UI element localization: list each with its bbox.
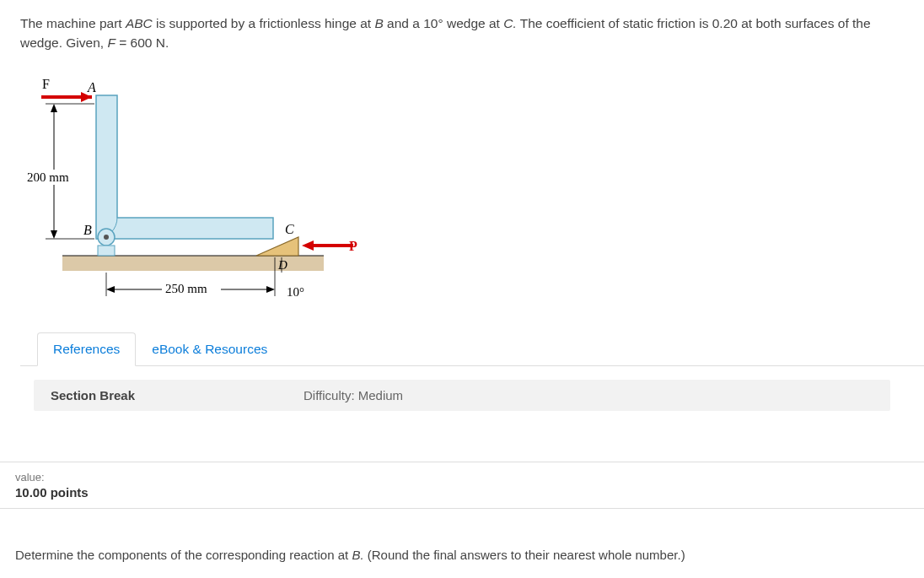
section-bar: Section Break Difficulty: Medium bbox=[34, 380, 890, 411]
text-fragment: is supported by a frictionless hinge at bbox=[153, 16, 375, 30]
text-fragment: and a 10° wedge at bbox=[384, 16, 503, 30]
problem-statement: The machine part ABC is supported by a f… bbox=[0, 0, 924, 62]
question-prompt: Determine the components of the correspo… bbox=[15, 543, 909, 568]
dim-v-arrow-top bbox=[51, 104, 57, 112]
figure-svg: F A B C D P 200 mm 250 mm 10° bbox=[20, 62, 357, 306]
tab-ebook[interactable]: eBook & Resources bbox=[136, 332, 283, 366]
var-F: F bbox=[107, 35, 115, 50]
dim-v-arrow-bot bbox=[51, 230, 57, 239]
var-ABC: ABC bbox=[126, 16, 153, 30]
question-block: Determine the components of the correspo… bbox=[0, 509, 924, 579]
var-B: B bbox=[374, 16, 383, 30]
text-fragment: The machine part bbox=[20, 16, 126, 30]
label-A: A bbox=[87, 80, 96, 95]
points-value: 10.00 points bbox=[15, 485, 909, 500]
text-fragment: = 600 N. bbox=[116, 35, 169, 50]
label-D: D bbox=[277, 258, 287, 272]
hinge-base bbox=[98, 246, 115, 256]
dim-h-arrow-r bbox=[266, 286, 275, 293]
points-label: value: bbox=[15, 471, 909, 483]
var-C: C. bbox=[503, 16, 517, 30]
tabs: References eBook & Resources bbox=[20, 332, 924, 366]
dim-h-text: 250 mm bbox=[165, 282, 207, 295]
force-P-arrow-head bbox=[302, 240, 314, 251]
points-bar: value: 10.00 points bbox=[0, 462, 924, 509]
figure: F A B C D P 200 mm 250 mm 10° bbox=[20, 62, 357, 306]
dim-h-arrow-l bbox=[106, 286, 115, 293]
machine-part bbox=[96, 95, 273, 239]
wedge bbox=[256, 237, 298, 256]
label-F: F bbox=[42, 77, 50, 91]
text-fragment: Determine the components of the correspo… bbox=[15, 548, 352, 562]
label-P: P bbox=[349, 239, 357, 253]
text-fragment: (Round the final answers to their neares… bbox=[364, 548, 685, 562]
label-C: C bbox=[285, 222, 294, 236]
page-container: The machine part ABC is supported by a f… bbox=[0, 0, 924, 578]
hinge-pin bbox=[104, 235, 109, 240]
section-difficulty: Difficulty: Medium bbox=[304, 388, 523, 402]
label-B: B bbox=[83, 223, 92, 237]
tab-references[interactable]: References bbox=[37, 332, 136, 366]
dim-v-text: 200 mm bbox=[27, 170, 69, 184]
section-label: Section Break bbox=[51, 388, 304, 402]
angle-text: 10° bbox=[287, 285, 304, 299]
var-B: B. bbox=[352, 548, 363, 562]
